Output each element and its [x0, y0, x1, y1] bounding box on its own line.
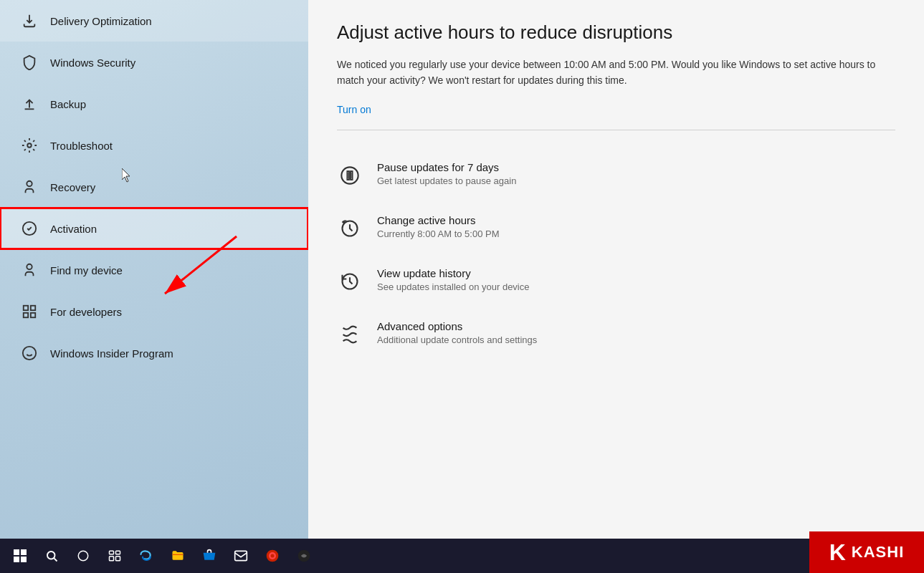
svg-rect-13	[351, 171, 352, 180]
store-button[interactable]	[195, 541, 224, 570]
cortana-button[interactable]	[69, 541, 97, 570]
svg-point-29	[271, 554, 275, 558]
svg-rect-22	[110, 551, 114, 554]
watermark-letter: K	[829, 539, 846, 566]
change-active-hours-text: Change active hours Currently 8:00 AM to…	[377, 214, 500, 239]
delivery-optimization-icon	[22, 13, 37, 29]
svg-rect-26	[235, 551, 247, 560]
svg-rect-8	[24, 313, 28, 317]
change-active-hours-subtitle: Currently 8:00 AM to 5:00 PM	[377, 228, 500, 239]
windows-security-icon	[22, 54, 37, 70]
update-options-list: Pause updates for 7 days Get latest upda…	[337, 148, 895, 360]
view-update-history-subtitle: See updates installed on your device	[377, 281, 529, 292]
sidebar-item-troubleshoot[interactable]: Troubleshoot	[0, 125, 308, 166]
backup-icon	[22, 96, 37, 112]
advanced-options-text: Advanced options Additional update contr…	[377, 320, 537, 345]
sidebar-item-windows-insider-program-label: Windows Insider Program	[50, 347, 173, 360]
recovery-icon	[22, 179, 37, 195]
search-button[interactable]	[37, 541, 66, 570]
view-update-history-item[interactable]: View update history See updates installe…	[337, 254, 895, 307]
pause-updates-title: Pause updates for 7 days	[377, 161, 516, 173]
sidebar-item-backup[interactable]: Backup	[0, 83, 308, 125]
sidebar-item-backup-label: Backup	[50, 98, 86, 110]
svg-rect-25	[116, 557, 120, 561]
sidebar-item-find-my-device[interactable]: Find my device	[0, 249, 308, 291]
sidebar-item-recovery[interactable]: Recovery	[0, 166, 308, 208]
windows-insider-icon	[22, 345, 37, 361]
app1-button[interactable]	[258, 541, 287, 570]
advanced-options-icon	[337, 322, 363, 347]
view-update-history-icon	[337, 269, 363, 294]
file-explorer-button[interactable]	[163, 541, 192, 570]
sidebar-item-windows-security-label: Windows Security	[50, 57, 135, 69]
svg-rect-15	[14, 549, 19, 555]
svg-point-2	[27, 181, 32, 186]
sidebar-item-recovery-label: Recovery	[50, 181, 95, 193]
view-update-history-title: View update history	[377, 267, 529, 279]
page-title: Adjust active hours to reduce disruption…	[337, 21, 895, 44]
sidebar-item-delivery-optimization-label: Delivery Optimization	[50, 15, 152, 27]
sidebar-item-troubleshoot-label: Troubleshoot	[50, 140, 113, 152]
task-view-button[interactable]	[100, 541, 129, 570]
sidebar-item-for-developers[interactable]: For developers	[0, 291, 308, 332]
svg-point-21	[78, 551, 88, 561]
turn-on-link[interactable]: Turn on	[337, 104, 371, 115]
start-button[interactable]	[6, 541, 34, 570]
app2-button[interactable]	[290, 541, 318, 570]
change-active-hours-item[interactable]: Change active hours Currently 8:00 AM to…	[337, 201, 895, 254]
content-description: We noticed you regularly use your device…	[337, 57, 895, 89]
advanced-options-subtitle: Additional update controls and settings	[377, 334, 537, 345]
svg-rect-12	[348, 171, 349, 180]
svg-point-11	[341, 167, 358, 183]
sidebar-item-for-developers-label: For developers	[50, 306, 122, 318]
advanced-options-item[interactable]: Advanced options Additional update contr…	[337, 307, 895, 360]
advanced-options-title: Advanced options	[377, 320, 537, 332]
sidebar-item-find-my-device-label: Find my device	[50, 264, 123, 276]
svg-point-19	[47, 552, 55, 559]
change-active-hours-icon	[337, 216, 363, 241]
pause-updates-subtitle: Get latest updates to pause again	[377, 175, 516, 186]
change-active-hours-title: Change active hours	[377, 214, 500, 226]
svg-point-1	[27, 143, 32, 148]
sidebar-item-activation-label: Activation	[50, 223, 97, 235]
pause-updates-item[interactable]: Pause updates for 7 days Get latest upda…	[337, 148, 895, 201]
sidebar: Delivery Optimization Windows Security B…	[0, 0, 308, 539]
main-content: Adjust active hours to reduce disruption…	[308, 0, 924, 539]
svg-line-20	[54, 558, 57, 561]
svg-rect-17	[14, 557, 19, 562]
section-divider	[337, 130, 895, 130]
view-update-history-text: View update history See updates installe…	[377, 267, 529, 292]
watermark-text: KASHI	[852, 543, 904, 562]
svg-rect-24	[110, 557, 114, 561]
sidebar-item-windows-security[interactable]: Windows Security	[0, 42, 308, 83]
sidebar-item-windows-insider-program[interactable]: Windows Insider Program	[0, 332, 308, 374]
sidebar-item-delivery-optimization[interactable]: Delivery Optimization	[0, 0, 308, 42]
svg-rect-16	[21, 549, 27, 555]
pause-updates-text: Pause updates for 7 days Get latest upda…	[377, 161, 516, 186]
svg-rect-7	[31, 313, 35, 317]
find-my-device-icon	[22, 262, 37, 278]
edge-button[interactable]	[132, 541, 161, 570]
for-developers-icon	[22, 304, 37, 319]
main-area: Delivery Optimization Windows Security B…	[0, 0, 924, 539]
sidebar-item-activation[interactable]: Activation	[0, 208, 308, 249]
svg-point-4	[27, 264, 32, 269]
watermark: K KASHI	[809, 531, 924, 573]
svg-rect-18	[21, 557, 27, 562]
mail-button[interactable]	[227, 541, 255, 570]
svg-rect-23	[116, 551, 120, 554]
activation-icon	[22, 221, 37, 236]
svg-rect-5	[24, 306, 28, 310]
pause-updates-icon	[337, 163, 363, 188]
troubleshoot-icon	[22, 138, 37, 153]
taskbar: K KASHI	[0, 539, 924, 573]
svg-rect-6	[31, 306, 35, 310]
